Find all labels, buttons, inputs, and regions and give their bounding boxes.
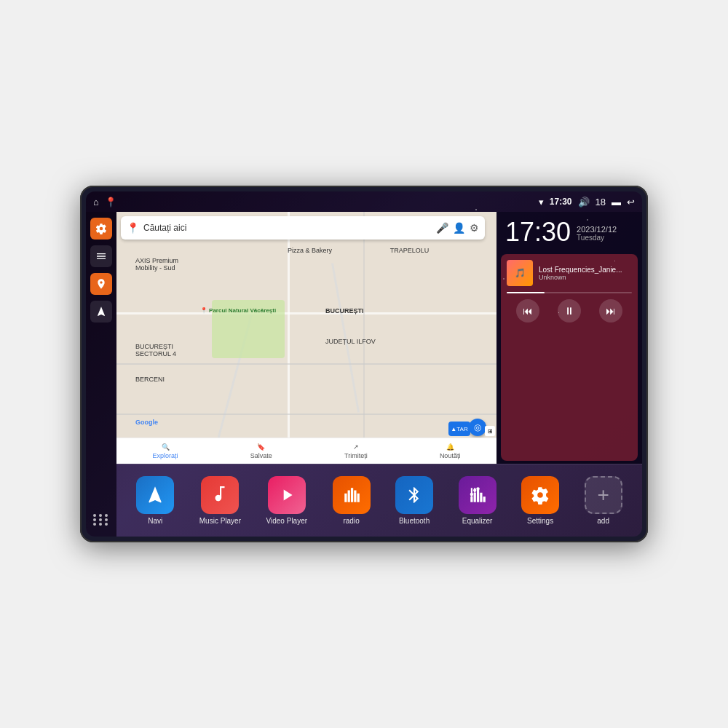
svg-rect-1	[347, 491, 349, 502]
play-pause-btn[interactable]: ⏸	[558, 299, 581, 323]
equalizer-icon	[459, 476, 496, 514]
right-panel: 17:30 2023/12/12 Tuesday 🎵	[496, 212, 642, 464]
svg-rect-0	[344, 494, 347, 502]
music-info: 🎵 Lost Frequencies_Janie... Unknown	[507, 260, 632, 286]
add-icon: +	[585, 476, 622, 514]
music-widget: 🎵 Lost Frequencies_Janie... Unknown	[501, 254, 638, 461]
maps-status-icon[interactable]: 📍	[105, 197, 116, 207]
bluetooth-label: Bluetooth	[399, 517, 430, 525]
navi-label: Navi	[148, 517, 162, 525]
album-art: 🎵	[507, 260, 533, 286]
svg-point-13	[473, 488, 476, 491]
svg-rect-5	[470, 496, 472, 502]
svg-rect-6	[473, 493, 475, 502]
music-player-label: Music Player	[199, 517, 241, 525]
google-maps-pin-icon: 📍	[127, 222, 139, 234]
app-bar: Navi Music Player Video Player	[116, 464, 642, 537]
content-area: AXIS PremiumMobility - Sud Pizza & Baker…	[116, 212, 642, 537]
map-news-btn[interactable]: 🔔Noutăți	[440, 443, 461, 459]
music-player-icon	[201, 476, 239, 514]
account-icon[interactable]: 👤	[453, 222, 465, 234]
svg-rect-2	[350, 488, 352, 502]
svg-rect-8	[480, 493, 482, 502]
map-label-ilfov: JUDEȚUL ILFOV	[325, 338, 376, 345]
svg-point-15	[476, 487, 479, 490]
main-clock: 17:30	[505, 219, 571, 245]
radio-icon	[333, 476, 371, 514]
map-container[interactable]: AXIS PremiumMobility - Sud Pizza & Baker…	[116, 212, 496, 464]
music-progress-track[interactable]	[507, 292, 632, 293]
video-player-label: Video Player	[266, 517, 308, 525]
app-music-player[interactable]: Music Player	[199, 476, 241, 525]
app-navi[interactable]: Navi	[136, 476, 174, 525]
sidebar-location-btn[interactable]	[90, 273, 112, 295]
clock-display: 17:30	[550, 197, 572, 207]
map-search-text: Căutați aici	[143, 223, 432, 233]
app-bluetooth[interactable]: Bluetooth	[395, 476, 433, 525]
svg-rect-7	[477, 489, 479, 502]
status-right-info: ▾ 17:30 🔊 18 ▬ ↩	[539, 197, 635, 207]
app-video-player[interactable]: Video Player	[266, 476, 308, 525]
map-label-park: 📍 Parcul Natural Văcărești	[200, 307, 276, 314]
bluetooth-icon	[395, 476, 433, 514]
app-add[interactable]: + add	[585, 476, 622, 525]
menu-icon[interactable]: ⚙	[470, 222, 479, 234]
map-label-sector: BUCUREȘTISECTORUL 4	[135, 343, 176, 357]
map-search-bar[interactable]: 📍 Căutați aici 🎤 👤 ⚙	[121, 216, 485, 240]
map-bottom-bar: 🔍Explorați 🔖Salvate ↗Trimiteți 🔔Noutăți	[116, 438, 496, 464]
add-label: add	[597, 517, 609, 525]
next-track-btn[interactable]: ⏭	[599, 299, 622, 323]
voice-search-icon[interactable]: 🎤	[436, 222, 448, 234]
main-area: AXIS PremiumMobility - Sud Pizza & Baker…	[86, 212, 642, 537]
music-artist: Unknown	[539, 274, 632, 281]
map-background: AXIS PremiumMobility - Sud Pizza & Baker…	[116, 212, 496, 464]
prev-track-btn[interactable]: ⏮	[516, 299, 539, 323]
volume-icon: 🔊	[578, 197, 590, 207]
svg-rect-3	[354, 491, 356, 502]
wifi-icon: ▾	[539, 197, 544, 207]
app-settings[interactable]: Settings	[521, 476, 559, 525]
map-label-axis: AXIS PremiumMobility - Sud	[135, 257, 178, 272]
video-player-icon	[268, 476, 306, 514]
map-send-btn[interactable]: ↗Trimiteți	[344, 443, 368, 459]
settings-label: Settings	[527, 517, 553, 525]
map-label-pizza: Pizza & Bakery	[288, 247, 332, 254]
apps-grid-btn[interactable]	[90, 509, 112, 531]
map-explore-btn[interactable]: 🔍Explorați	[153, 443, 178, 459]
my-location-btn[interactable]: ◎	[469, 419, 486, 436]
equalizer-label: Equalizer	[462, 517, 493, 525]
sidebar-navi-btn[interactable]	[90, 301, 112, 323]
music-controls: ⏮ ⏸ ⏭	[507, 299, 632, 323]
clock-widget: 17:30 2023/12/12 Tuesday	[496, 212, 642, 251]
app-equalizer[interactable]: Equalizer	[459, 476, 496, 525]
svg-rect-4	[357, 494, 359, 502]
map-label-buc: BUCUREȘTI	[325, 307, 364, 314]
status-bar: ⌂ 📍 ▾ 17:30 🔊 18 ▬ ↩	[86, 191, 642, 212]
music-title: Lost Frequencies_Janie...	[539, 266, 632, 274]
map-saved-btn[interactable]: 🔖Salvate	[250, 443, 272, 459]
car-head-unit: ⌂ 📍 ▾ 17:30 🔊 18 ▬ ↩	[80, 186, 648, 542]
settings-icon	[521, 476, 559, 514]
map-label-google: Google	[135, 419, 158, 426]
sidebar-files-btn[interactable]	[90, 245, 112, 267]
battery-level: 18	[596, 197, 606, 207]
screen: ⌂ 📍 ▾ 17:30 🔊 18 ▬ ↩	[86, 191, 642, 537]
start-nav-btn[interactable]: ▲TAR	[448, 422, 470, 436]
music-progress-fill	[507, 292, 545, 293]
battery-icon: ▬	[612, 197, 621, 207]
clock-date: 2023/12/12	[577, 225, 617, 234]
status-left-icons: ⌂ 📍	[93, 197, 116, 207]
navi-icon	[136, 476, 174, 514]
top-row: AXIS PremiumMobility - Sud Pizza & Baker…	[116, 212, 642, 464]
svg-rect-9	[483, 496, 485, 502]
svg-point-11	[470, 493, 472, 496]
sidebar-settings-btn[interactable]	[90, 218, 112, 240]
back-icon[interactable]: ↩	[627, 197, 635, 207]
sidebar	[86, 212, 116, 537]
app-radio[interactable]: radio	[333, 476, 371, 525]
music-meta: Lost Frequencies_Janie... Unknown	[539, 266, 632, 281]
radio-label: radio	[343, 517, 359, 525]
home-icon[interactable]: ⌂	[93, 197, 99, 207]
map-expand-btn[interactable]: ⊞	[485, 426, 495, 436]
map-label-berceni: BERCENI	[135, 376, 165, 383]
